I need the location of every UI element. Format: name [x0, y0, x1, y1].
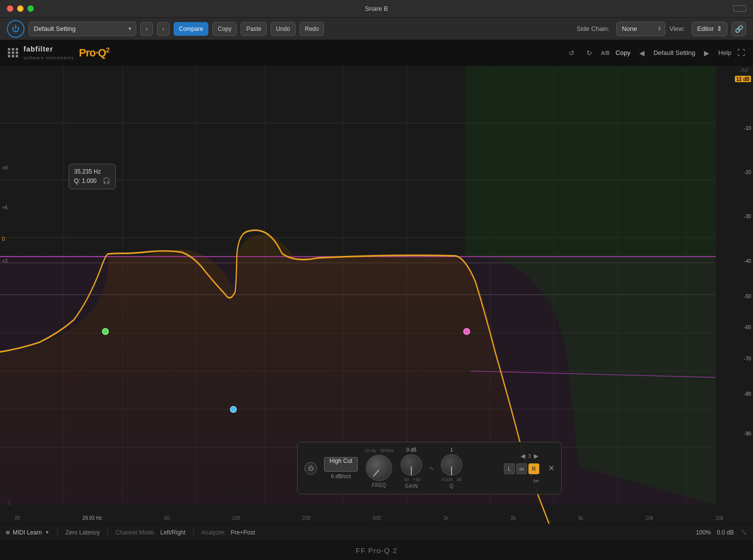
db-label-minus80: -80 [744, 391, 751, 396]
band-lr-row: L ∞ R [504, 463, 539, 474]
freq-range: 10 Hz 30 kHz [365, 448, 394, 453]
zero-latency-label: Zero Latency [65, 529, 100, 536]
tooltip-q: Q: 1.000 🎧 [74, 176, 110, 186]
side-chain-select[interactable]: None [616, 22, 665, 36]
band-slope-label: 6 dB/oct [331, 473, 351, 479]
plugin-header: fabfilter software instruments Pro·Q2 ↺ … [0, 40, 753, 66]
midi-dropdown-arrow[interactable]: ▼ [45, 530, 50, 535]
plugin-undo-button[interactable]: ↺ [566, 47, 577, 59]
traffic-lights [7, 5, 34, 12]
eq-display[interactable]: 35.235 Hz Q: 1.000 🎧 12 dB -10 -20 -30 -… [0, 66, 753, 524]
band-next-button[interactable]: ▶ [533, 452, 539, 460]
plugin-name-bar: FF Pro-Q 2 [0, 540, 753, 560]
freq-labels: 20 28.93 Hz 50 100 200 500 1k 2k 5k 10k … [15, 515, 724, 521]
title-bar-controls [733, 5, 746, 12]
copy-button[interactable]: Copy [212, 22, 237, 36]
band-link-button[interactable]: ∞ [516, 463, 527, 474]
analyzer-label: Analyzer: [201, 529, 226, 536]
preset-select[interactable]: Default Setting [28, 22, 136, 36]
preset-select-wrapper: Default Setting ▼ [28, 22, 136, 36]
freq-knob[interactable] [366, 455, 392, 481]
plugin-fullscreen-button[interactable]: ⛶ [737, 49, 745, 57]
band-node-pink[interactable] [463, 328, 470, 335]
plugin-power-button[interactable]: ⏻ [7, 20, 25, 38]
freq-2k: 2k [511, 515, 516, 521]
plugin-container: fabfilter software instruments Pro·Q2 ↺ … [0, 40, 753, 540]
band-nav: ◀ 3 ▶ [520, 452, 539, 460]
freq-2893hz: 28.93 Hz [82, 515, 102, 521]
db-scale-left: 0 +3 +6 +9 [0, 66, 25, 509]
plugin-help-button[interactable]: Help [718, 49, 731, 56]
freq-500: 500 [373, 515, 381, 521]
band-l-button[interactable]: L [504, 463, 515, 474]
freq-knob-label: FREQ [372, 483, 387, 488]
midi-learn-button[interactable]: MIDI Learn [13, 529, 42, 536]
db-label-minus10: -10 [744, 125, 751, 130]
plugin-redo-button[interactable]: ↻ [583, 47, 595, 59]
gain-range: -30 +30 [402, 477, 420, 482]
q-knob-group: 1 0.025 40 Q [441, 447, 462, 489]
view-arrows-icon: ⇕ [717, 25, 722, 32]
gain-value: 0 dB [406, 447, 417, 453]
side-chain-wrapper: None ⇕ [616, 22, 665, 36]
wave-icon-area: ∿ [429, 465, 434, 472]
undo-button[interactable]: Undo [271, 22, 296, 36]
band-node-green[interactable] [102, 328, 109, 335]
headphones-icon: 🎧 [102, 176, 110, 186]
plugin-logo-area: fabfilter software instruments Pro·Q2 [8, 45, 109, 61]
view-value: Editor [697, 25, 714, 32]
freq-range-low: 10 Hz [365, 448, 376, 453]
preset-next-button[interactable]: › [157, 22, 170, 36]
band-lr-controls: ◀ 3 ▶ L ∞ R ✂ [504, 452, 539, 485]
band-type-button[interactable]: High Cut [324, 457, 358, 472]
paste-button[interactable]: Paste [241, 22, 267, 36]
link-button[interactable]: 🔗 [731, 22, 746, 36]
gain-knob-group: 0 dB -30 +30 GAIN [401, 447, 422, 489]
wave-icon: ∿ [429, 465, 434, 472]
db-label-p3: +3 [2, 258, 7, 263]
fullscreen-traffic-light[interactable] [27, 5, 34, 12]
midi-indicator-dot [6, 531, 10, 535]
svg-line-23 [471, 371, 716, 378]
band-prev-button[interactable]: ◀ [520, 452, 526, 460]
db-label-12: 12 dB [735, 76, 751, 82]
band-num: 3 [528, 453, 531, 459]
gain-knob-label: GAIN [405, 484, 418, 489]
db-label-m3: +6 [2, 205, 7, 210]
q-knob-label: Q [450, 484, 453, 489]
q-range: 0.025 40 [442, 477, 462, 482]
band-power-button[interactable]: ⏻ [304, 462, 317, 475]
gain-range-low: -30 [402, 477, 409, 482]
q-range-high: 40 [456, 477, 461, 482]
close-traffic-light[interactable] [7, 5, 13, 12]
band-node-blue[interactable] [230, 406, 237, 413]
db-label-minus90: -90 [744, 431, 751, 436]
preset-prev-button[interactable]: ‹ [140, 22, 153, 36]
minimize-traffic-light[interactable] [17, 5, 24, 12]
resize-diag-icon[interactable]: ⤡ [741, 528, 747, 537]
plugin-name: FF Pro-Q 2 [355, 546, 397, 555]
plugin-next-button[interactable]: ▶ [701, 47, 712, 59]
plugin-copy-button[interactable]: Copy [616, 49, 630, 56]
db-label-minus30: -30 [744, 214, 751, 219]
resize-button[interactable] [733, 5, 746, 12]
fabfilter-brand: fabfilter software instruments [24, 45, 74, 61]
scissors-icon[interactable]: ✂ [533, 477, 539, 485]
db-label-minus60: -60 [744, 325, 751, 330]
ab-button[interactable]: A/B [601, 50, 610, 56]
plugin-prev-button[interactable]: ◀ [636, 47, 648, 59]
gain-knob[interactable] [401, 454, 422, 476]
freq-20: 20 [15, 515, 20, 521]
redo-button[interactable]: Redo [300, 22, 325, 36]
freq-100: 100 [232, 515, 240, 521]
q-knob[interactable] [441, 454, 462, 476]
band-r-button[interactable]: R [528, 463, 539, 474]
resize-handle[interactable]: ⠿ [7, 500, 11, 507]
band-close-button[interactable]: ✕ [548, 463, 554, 473]
fabfilter-grid-icon [8, 48, 19, 57]
view-select-button[interactable]: Editor ⇕ [692, 22, 728, 36]
db-label-m9: +9 [2, 165, 7, 170]
status-bar: MIDI Learn ▼ | Zero Latency | Channel Mo… [0, 524, 753, 540]
freq-1k: 1k [443, 515, 449, 521]
compare-button[interactable]: Compare [174, 22, 208, 36]
